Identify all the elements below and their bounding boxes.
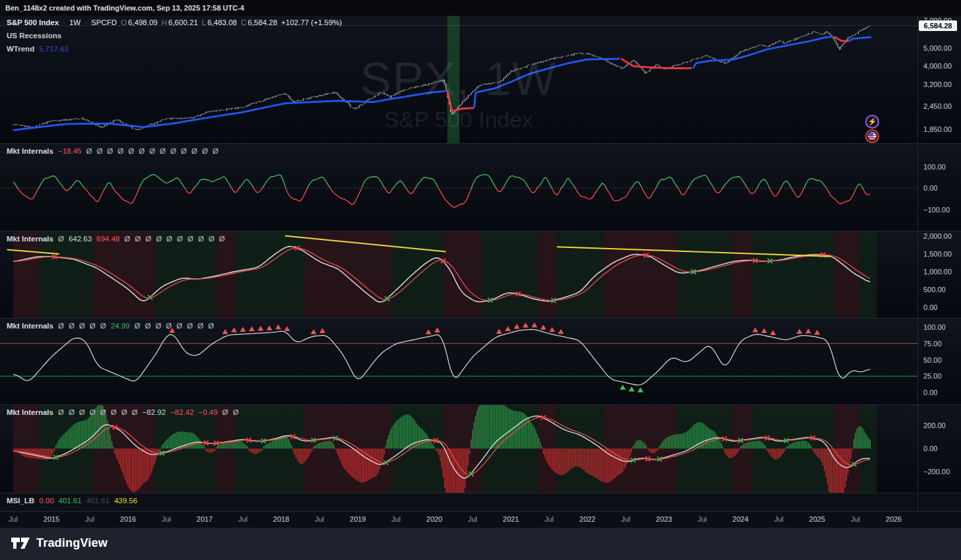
flag-union — [869, 133, 873, 137]
time-axis-label: 2024 — [733, 515, 748, 523]
legend-value: 24.99 — [111, 322, 130, 330]
price-scale-label: 75.00 — [923, 340, 942, 348]
legend-part: L — [202, 18, 206, 26]
time-axis-label: Jul — [468, 515, 477, 523]
indicator-legend[interactable]: Mkt Internals−18.45ØØØØØØØØØØØØØ — [7, 147, 218, 155]
legend-value: Ø — [90, 408, 96, 416]
legend-value: −0.49 — [199, 408, 218, 416]
legend-value: Ø — [208, 322, 214, 330]
price-scale-label: 0.00 — [923, 445, 937, 452]
price-scale-label: 500.00 — [923, 286, 946, 294]
price-scale-label: 2,000.00 — [923, 232, 952, 240]
time-axis-label: Jul — [9, 515, 18, 523]
lightning-icon[interactable]: ⚡ — [865, 115, 879, 129]
time-axis-label: Jul — [851, 515, 860, 523]
legend-value: 401.61 — [59, 497, 82, 505]
legend-value: Ø — [96, 147, 102, 155]
legend-part: S&P 500 Index — [7, 18, 59, 26]
pane-separator[interactable] — [0, 143, 961, 144]
price-scale-label: 25.00 — [923, 372, 942, 380]
time-axis-label: 2018 — [273, 515, 289, 523]
legend-value: Ø — [128, 147, 134, 155]
indicator-legend[interactable]: WTrend5,717.63 — [7, 45, 69, 53]
time-axis-label: Jul — [85, 515, 94, 523]
price-scale-label: −200.00 — [923, 468, 950, 476]
main-price-pane[interactable]: SPX, 1W S&P 500 Index S&P 500 Index·1W·S… — [0, 16, 961, 143]
legend-value: 642.63 — [69, 235, 92, 243]
legend-part: 6,584.28 — [248, 18, 277, 26]
symbol-watermark-subtitle: S&P 500 Index — [0, 107, 917, 133]
pane-separator[interactable] — [0, 493, 961, 493]
legend-value: Ø — [209, 235, 215, 243]
price-scale-label: −100.00 — [923, 206, 950, 214]
indicator-legend[interactable]: Mkt InternalsØØØØØØØØ−82.92−82.42−0.49ØØ — [7, 408, 239, 416]
legend-title: Mkt Internals — [7, 408, 53, 416]
time-axis-label: 2025 — [809, 515, 825, 523]
legend-value: −82.92 — [143, 408, 166, 416]
legend-part: 1W — [69, 18, 81, 26]
paneMain-plot — [0, 16, 917, 143]
pane4-plot — [0, 319, 917, 404]
legend-value: Ø — [134, 322, 140, 330]
indicator-legend[interactable]: MSI_LB0.00401.61401.61439.56 — [7, 497, 137, 505]
pane2-plot — [0, 144, 917, 231]
legend-value: Ø — [79, 408, 85, 416]
tradingview-logo-text: TradingView — [36, 536, 108, 550]
internals-oscillator-pane[interactable]: Mkt Internals−18.45ØØØØØØØØØØØØØ — [0, 144, 961, 231]
price-scale-label: 200.00 — [923, 421, 946, 429]
time-axis-label: 2023 — [656, 515, 672, 523]
us-flag-icon[interactable] — [865, 129, 879, 143]
indicator-legend[interactable]: Mkt InternalsØ642.63694.48ØØØØØØØØØØ — [7, 235, 225, 243]
indicator-legend[interactable]: Mkt InternalsØØØØØ24.99ØØØØØØØØ — [7, 322, 214, 330]
legend-part: · — [63, 18, 65, 26]
legend-value: Ø — [181, 147, 187, 155]
legend-value: Ø — [197, 322, 203, 330]
legend-part: SPCFD — [91, 18, 117, 26]
pane-separator[interactable] — [0, 231, 961, 232]
internals-cumulative-pane[interactable]: Mkt InternalsØ642.63694.48ØØØØØØØØØØ — [0, 232, 961, 318]
internals-macd-pane[interactable]: Mkt InternalsØØØØØØØØ−82.92−82.42−0.49ØØ — [0, 405, 961, 493]
time-axis-label: 2021 — [503, 515, 519, 523]
pane-separator[interactable] — [0, 318, 961, 319]
time-axis-label: Jul — [162, 515, 171, 523]
msi-lb-pane[interactable]: MSI_LB0.00401.61401.61439.56 — [0, 493, 961, 511]
time-axis-label: 2017 — [197, 515, 213, 523]
legend-value: Ø — [107, 147, 113, 155]
symbol-watermark: SPX, 1W — [0, 53, 917, 106]
internals-percent-pane[interactable]: Mkt InternalsØØØØØ24.99ØØØØØØØØ — [0, 319, 961, 404]
price-scale-label: 1,500.00 — [923, 250, 952, 258]
legend-part: 6,600.21 — [168, 18, 198, 26]
tradingview-screenshot: Ben_1148x2 created with TradingView.com,… — [0, 0, 961, 560]
last-price-label: 6,584.28 — [919, 20, 957, 31]
legend-title: Mkt Internals — [7, 235, 53, 243]
legend-value: Ø — [58, 322, 64, 330]
tradingview-logo[interactable]: TradingView — [11, 535, 108, 551]
price-scale-label: 3,200.00 — [923, 80, 952, 88]
legend-value: −82.42 — [170, 408, 194, 416]
price-scale-label: 0.00 — [923, 184, 937, 192]
legend-value: Ø — [111, 408, 117, 416]
legend-title: WTrend — [7, 45, 34, 53]
price-scale-label: 1,850.00 — [923, 125, 952, 133]
pane3-plot — [0, 232, 917, 318]
time-axis[interactable]: Jul2015Jul2016Jul2017Jul2018Jul2019Jul20… — [0, 512, 961, 528]
price-axis[interactable]: 7,000.005,000.004,000.003,200.002,450.00… — [917, 16, 961, 512]
legend-value: Ø — [69, 322, 75, 330]
pane-separator[interactable] — [0, 404, 961, 405]
price-scale-label: 2,450.00 — [923, 102, 952, 110]
legend-value: 401.61 — [86, 497, 110, 505]
legend-value: Ø — [145, 235, 151, 243]
legend-title: Mkt Internals — [7, 147, 53, 155]
legend-part: H — [162, 18, 167, 26]
symbol-legend[interactable]: S&P 500 Index·1W·SPCFDO6,498.09H6,600.21… — [7, 18, 342, 26]
indicator-legend[interactable]: US Recessions — [7, 32, 61, 40]
legend-part: O — [121, 18, 127, 26]
legend-value: Ø — [58, 235, 64, 243]
legend-value: Ø — [198, 235, 204, 243]
legend-part: · — [84, 18, 87, 26]
legend-title: US Recessions — [7, 32, 61, 40]
legend-title: Mkt Internals — [7, 322, 53, 330]
legend-value: Ø — [176, 322, 182, 330]
bottom-toolbar: TradingView — [0, 528, 961, 560]
legend-value: Ø — [187, 235, 193, 243]
